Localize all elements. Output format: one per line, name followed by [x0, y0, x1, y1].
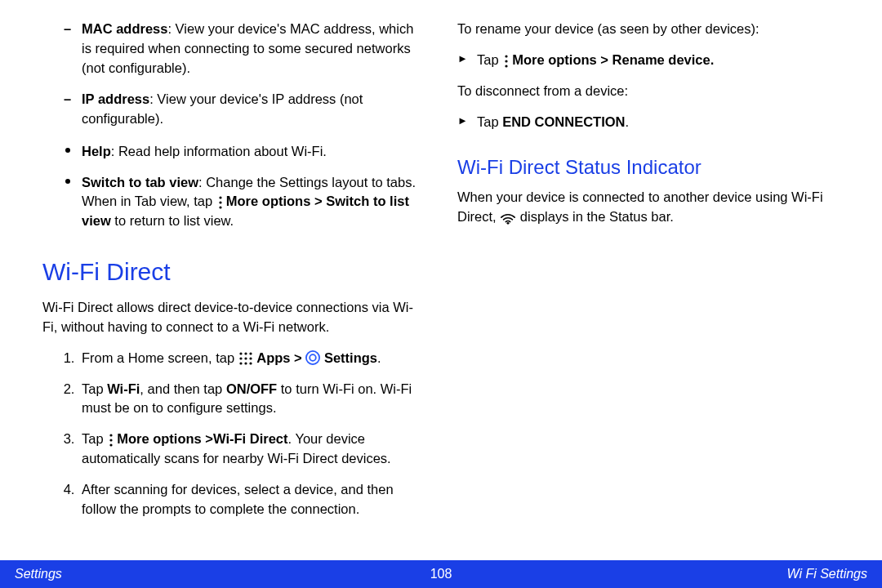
svg-point-13 [310, 355, 317, 362]
dot-bullet-list: Help: Read help information about Wi-Fi.… [20, 142, 425, 232]
settings-gear-icon [305, 350, 320, 365]
triangle-list: Tap More options > Rename device. [457, 51, 862, 70]
svg-point-0 [219, 196, 221, 198]
left-column: MAC address: View your device's MAC addr… [20, 20, 425, 560]
switch-text-b: to return to list view. [111, 213, 234, 228]
settings-label: Settings [324, 350, 377, 365]
page-footer: Settings 108 Wi Fi Settings [0, 560, 882, 588]
ip-address-label: IP address [82, 91, 149, 106]
onoff-label: ON/OFF [226, 381, 277, 396]
svg-point-10 [244, 363, 247, 365]
more-options-icon [502, 54, 512, 69]
step3-text-a: Tap [82, 431, 107, 446]
step3-more-options: More options > [117, 431, 213, 446]
list-item: After scanning for devices, select a dev… [78, 480, 425, 519]
switch-tab-label: Switch to tab view [82, 175, 198, 189]
list-item: IP address: View your device's IP addres… [82, 90, 425, 129]
more-options-label: More options [512, 52, 597, 67]
wifi-direct-status-icon [500, 211, 516, 225]
content-columns: MAC address: View your device's MAC addr… [0, 0, 882, 560]
steps-list: From a Home screen, tap Apps > Settings.… [24, 349, 425, 519]
svg-point-3 [239, 353, 242, 355]
status-para-b: displays in the Status bar. [516, 209, 674, 224]
list-item: From a Home screen, tap Apps > Settings. [78, 349, 425, 368]
svg-point-16 [110, 443, 113, 446]
rename-intro: To rename your device (as seen by other … [457, 20, 862, 39]
more-options-icon [216, 195, 226, 210]
apps-label: Apps [256, 350, 290, 365]
svg-point-7 [244, 358, 247, 360]
list-item: Help: Read help information about Wi-Fi. [82, 142, 425, 162]
svg-point-11 [249, 363, 252, 365]
svg-point-12 [306, 351, 319, 364]
end-dot: . [626, 114, 630, 129]
page-root: MAC address: View your device's MAC addr… [0, 0, 882, 588]
list-item: Tap END CONNECTION. [477, 113, 862, 132]
step4-text: After scanning for devices, select a dev… [82, 482, 394, 516]
list-item: Switch to tab view: Change the Settings … [82, 173, 425, 232]
svg-point-2 [219, 206, 221, 208]
gt-symbol: > [291, 350, 306, 365]
tap-label: Tap [477, 52, 502, 67]
svg-point-18 [506, 60, 508, 62]
help-label: Help [82, 144, 111, 158]
svg-point-4 [244, 353, 247, 355]
gt-symbol: > [597, 52, 612, 67]
apps-grid-icon [238, 351, 253, 366]
sub-bullet-list: MAC address: View your device's MAC addr… [20, 20, 425, 129]
list-item: MAC address: View your device's MAC addr… [82, 20, 425, 78]
footer-page-number: 108 [0, 567, 882, 581]
svg-point-5 [249, 353, 252, 355]
wifi-direct-heading: Wi-Fi Direct [42, 254, 425, 290]
step1-text-a: From a Home screen, tap [82, 350, 238, 365]
svg-point-15 [110, 439, 113, 441]
svg-point-8 [249, 358, 252, 360]
svg-point-1 [219, 201, 221, 203]
gt-symbol: > [310, 194, 326, 208]
help-text: : Read help information about Wi-Fi. [111, 144, 327, 158]
triangle-list: Tap END CONNECTION. [457, 113, 862, 132]
more-options-label: More options [226, 194, 311, 208]
status-paragraph: When your device is connected to another… [457, 188, 862, 227]
more-options-icon [107, 433, 117, 448]
svg-point-17 [506, 55, 508, 57]
rename-device-label: Rename device. [612, 52, 715, 67]
right-column: To rename your device (as seen by other … [457, 20, 862, 560]
svg-point-14 [110, 434, 113, 436]
list-item: Tap Wi-Fi, and then tap ON/OFF to turn W… [78, 380, 425, 419]
wifi-label: Wi-Fi [107, 381, 140, 396]
svg-point-19 [506, 65, 508, 67]
step1-dot: . [377, 350, 381, 365]
wifi-direct-label: Wi-Fi Direct [213, 431, 288, 446]
tap-label: Tap [477, 114, 502, 129]
step2-text-b: , and then tap [140, 381, 226, 396]
status-indicator-heading: Wi-Fi Direct Status Indicator [457, 154, 862, 182]
svg-point-6 [239, 358, 242, 360]
svg-point-9 [239, 363, 242, 365]
list-item: Tap More options >Wi-Fi Direct. Your dev… [78, 430, 425, 469]
list-item: Tap More options > Rename device. [477, 51, 862, 70]
wifi-direct-paragraph: Wi-Fi Direct allows direct device-to-dev… [42, 298, 425, 337]
mac-address-label: MAC address [82, 21, 167, 36]
svg-point-20 [507, 222, 510, 225]
step2-text-a: Tap [82, 381, 107, 396]
end-connection-label: END CONNECTION [502, 114, 625, 129]
disconnect-intro: To disconnect from a device: [457, 82, 862, 101]
